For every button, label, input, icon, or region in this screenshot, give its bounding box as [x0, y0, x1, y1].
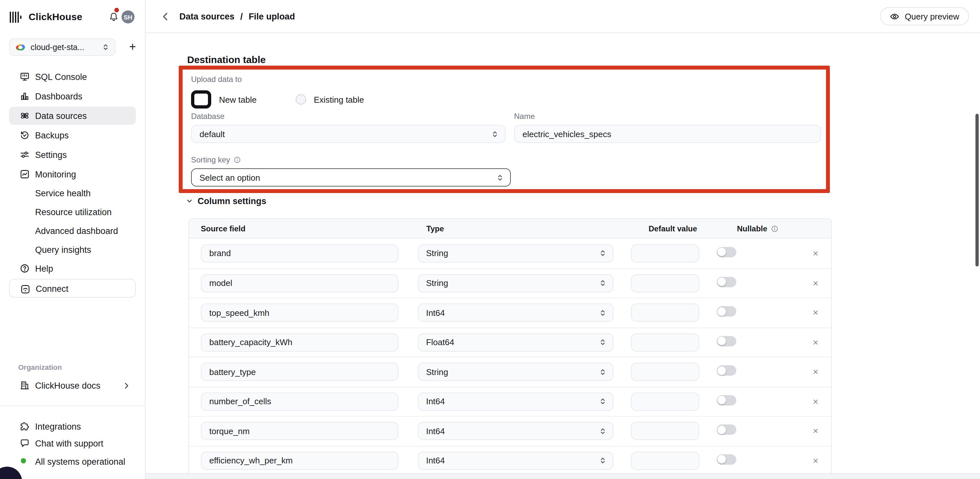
- avatar[interactable]: SH: [121, 10, 135, 23]
- type-select[interactable]: Int64: [418, 422, 614, 440]
- source-field-input[interactable]: [201, 244, 398, 263]
- vertical-scrollbar[interactable]: [975, 114, 979, 266]
- building-icon: [19, 380, 30, 391]
- table-row: Int64: [189, 387, 831, 416]
- nullable-toggle[interactable]: [716, 306, 736, 317]
- sidebar: ClickHouse SH cloud-get-sta... + SQL Con…: [0, 0, 146, 479]
- remove-row-icon[interactable]: [812, 427, 819, 435]
- chart-box-icon: [19, 169, 30, 179]
- table-name-input[interactable]: [514, 125, 821, 143]
- query-preview-button[interactable]: Query preview: [880, 7, 969, 25]
- type-select[interactable]: String: [418, 244, 614, 263]
- chat-bubble-icon: [19, 438, 30, 449]
- existing-table-radio[interactable]: [296, 94, 306, 105]
- remove-row-icon[interactable]: [812, 250, 819, 257]
- chevrons-up-down-icon: [599, 398, 607, 406]
- add-service-button[interactable]: +: [125, 39, 140, 54]
- default-value-input[interactable]: [632, 274, 699, 293]
- sidebar-item-advanced-dashboard[interactable]: Advanced dashboard: [9, 222, 136, 240]
- sidebar-item-system-status[interactable]: All systems operational: [9, 452, 136, 471]
- sorting-key-label: Sorting key: [191, 155, 241, 164]
- default-value-input[interactable]: [632, 393, 699, 411]
- toggle-knob: [718, 426, 726, 434]
- source-field-input[interactable]: [201, 363, 398, 381]
- chevrons-up-down-icon: [599, 368, 607, 376]
- nullable-toggle[interactable]: [716, 425, 736, 435]
- info-icon[interactable]: [770, 224, 778, 232]
- toggle-knob: [718, 307, 726, 316]
- remove-row-icon[interactable]: [812, 368, 819, 376]
- breadcrumb-data-sources[interactable]: Data sources: [179, 11, 235, 21]
- service-switcher-label: cloud-get-sta...: [30, 43, 97, 52]
- sidebar-divider: [0, 406, 146, 406]
- source-field-input[interactable]: [201, 333, 398, 352]
- breadcrumb-file-upload: File upload: [248, 11, 295, 21]
- source-field-input[interactable]: [201, 274, 398, 293]
- source-field-input[interactable]: [201, 452, 398, 470]
- type-select[interactable]: Int64: [418, 393, 614, 411]
- connect-button[interactable]: Connect: [9, 279, 136, 298]
- existing-table-radio-label[interactable]: Existing table: [314, 95, 364, 104]
- table-name-label: Name: [514, 112, 535, 121]
- sidebar-item-dashboards[interactable]: Dashboards: [9, 87, 136, 105]
- service-switcher[interactable]: cloud-get-sta...: [9, 38, 116, 56]
- back-chevron-icon[interactable]: [160, 11, 171, 22]
- remove-row-icon[interactable]: [812, 457, 819, 465]
- chevrons-up-down-icon: [599, 309, 607, 317]
- type-select[interactable]: String: [418, 363, 614, 381]
- default-value-input[interactable]: [632, 244, 699, 263]
- remove-row-icon[interactable]: [812, 339, 819, 347]
- type-select[interactable]: Float64: [418, 333, 614, 352]
- sidebar-item-backups[interactable]: Backups: [9, 126, 136, 144]
- nullable-toggle[interactable]: [716, 277, 736, 287]
- source-field-input[interactable]: [201, 422, 398, 440]
- default-value-input[interactable]: [632, 422, 699, 440]
- sidebar-item-sql-console[interactable]: SQL Console: [9, 68, 136, 86]
- default-value-input[interactable]: [632, 333, 699, 352]
- chevrons-up-down-icon: [599, 279, 607, 288]
- table-row: Int64: [189, 416, 831, 446]
- toggle-knob: [718, 278, 726, 286]
- nullable-toggle[interactable]: [716, 336, 736, 347]
- default-value-input[interactable]: [632, 452, 699, 470]
- nullable-toggle[interactable]: [716, 454, 736, 465]
- new-table-radio-label[interactable]: New table: [219, 95, 257, 104]
- sidebar-item-query-insights[interactable]: Query insights: [9, 240, 136, 259]
- nullable-toggle[interactable]: [716, 366, 736, 376]
- sidebar-item-help[interactable]: Help: [9, 259, 136, 277]
- default-value-input[interactable]: [632, 304, 699, 322]
- nullable-toggle[interactable]: [716, 395, 736, 406]
- nullable-toggle[interactable]: [716, 247, 736, 257]
- remove-row-icon[interactable]: [812, 280, 819, 287]
- source-field-input[interactable]: [201, 304, 398, 322]
- sidebar-item-chat-with-support[interactable]: Chat with support: [9, 434, 136, 452]
- sidebar-item-service-health[interactable]: Service health: [9, 184, 136, 202]
- sidebar-item-data-sources[interactable]: Data sources: [9, 107, 136, 125]
- breadcrumb: Data sources / File upload: [179, 11, 295, 21]
- database-select[interactable]: default: [191, 125, 506, 143]
- default-value-input[interactable]: [632, 363, 699, 381]
- remove-row-icon[interactable]: [812, 398, 819, 406]
- toggle-knob: [718, 455, 726, 464]
- sidebar-item-monitoring[interactable]: Monitoring: [9, 165, 136, 183]
- remove-row-icon[interactable]: [812, 309, 819, 317]
- type-select[interactable]: Int64: [418, 304, 614, 322]
- chevrons-up-down-icon: [101, 43, 110, 51]
- clickhouse-bars-logo: [10, 12, 22, 25]
- sidebar-item-integrations[interactable]: Integrations: [9, 417, 136, 436]
- info-icon[interactable]: [233, 156, 241, 164]
- wifi-connect-icon: [20, 284, 30, 294]
- header-source-field: Source field: [201, 224, 407, 233]
- sidebar-item-settings[interactable]: Settings: [9, 146, 136, 164]
- source-field-input[interactable]: [201, 393, 398, 411]
- notifications-bell-icon[interactable]: [108, 12, 119, 22]
- puzzle-icon: [19, 421, 30, 431]
- sidebar-item-resource-utilization[interactable]: Resource utilization: [9, 203, 136, 221]
- type-select[interactable]: Int64: [418, 452, 614, 470]
- type-select[interactable]: String: [418, 274, 614, 293]
- sidebar-item-clickhouse-docs[interactable]: ClickHouse docs: [9, 376, 136, 395]
- status-ok-dot: [21, 458, 26, 463]
- new-table-radio[interactable]: [191, 90, 211, 108]
- column-settings-toggle[interactable]: Column settings: [186, 196, 266, 206]
- sorting-key-select[interactable]: Select an option: [191, 168, 511, 186]
